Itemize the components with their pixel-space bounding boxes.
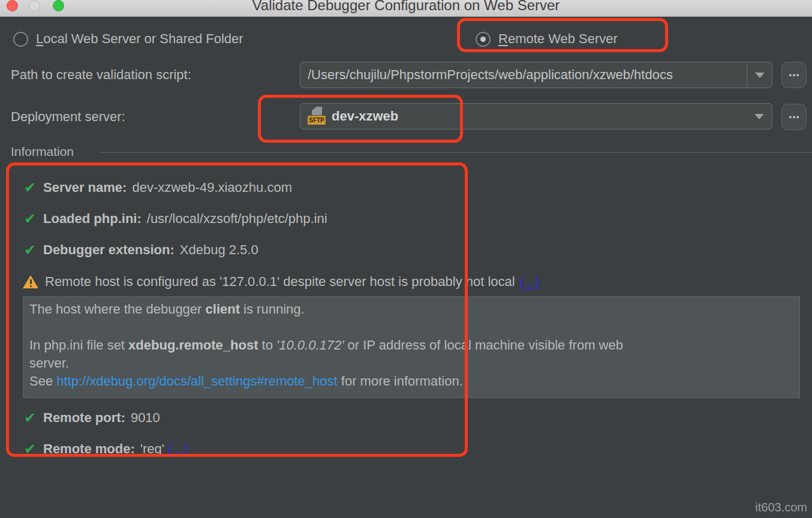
deploy-combobox-dropdown[interactable]	[747, 104, 772, 129]
info-label: Remote mode:	[43, 441, 135, 457]
help-text-italic: '10.0.0.172'	[276, 338, 344, 353]
info-value: /usr/local/xzsoft/php/etc/php.ini	[147, 211, 327, 227]
window-title: Validate Debugger Configuration on Web S…	[0, 0, 812, 14]
radio-local-web-server[interactable]: Local Web Server or Shared Folder	[13, 31, 243, 47]
warning-text: Remote host is configured as '127.0.0.1'…	[45, 274, 515, 290]
watermark: it603.com	[755, 501, 807, 514]
info-item-loaded-phpini: ✔ Loaded php.ini: /usr/local/xzsoft/php/…	[24, 210, 327, 227]
titlebar: Validate Debugger Configuration on Web S…	[0, 0, 812, 17]
help-blank-line	[29, 318, 793, 336]
deploy-browse-button[interactable]: ...	[781, 104, 807, 130]
section-separator	[100, 152, 812, 153]
path-browse-button[interactable]: ...	[781, 62, 807, 88]
path-field-label: Path to create validation script:	[11, 67, 191, 83]
deploy-combobox-value[interactable]: dev-xzweb	[326, 109, 747, 124]
info-value: 9010	[131, 410, 160, 426]
help-line-1: The host where the debugger client is ru…	[29, 300, 793, 318]
help-line-2: In php.ini file set xdebug.remote_host t…	[29, 336, 793, 354]
help-line-2-wrap: server.	[29, 354, 793, 372]
help-text: or IP address of local machine visible f…	[344, 338, 622, 353]
help-text: for more information.	[338, 374, 463, 389]
warning-icon	[23, 275, 38, 288]
help-text: The host where the debugger	[29, 302, 206, 317]
warning-remote-host: Remote host is configured as '127.0.0.1'…	[23, 273, 540, 291]
label-rest: ocal Web Server or Shared Folder	[43, 31, 243, 46]
help-text: See	[29, 374, 56, 389]
check-icon: ✔	[24, 409, 43, 426]
warning-details-link[interactable]: (...)	[520, 274, 540, 290]
radio-remote-label: Remote Web Server	[498, 31, 618, 47]
info-value: Xdebug 2.5.0	[180, 242, 258, 258]
help-line-3: See http://xdebug.org/docs/all_settings#…	[29, 372, 793, 390]
file-icon	[312, 107, 322, 115]
information-section-title: Information	[11, 144, 74, 159]
info-item-remote-mode: ✔ Remote mode: 'req' (...)	[24, 441, 188, 457]
path-combobox[interactable]: /Users/chujilu/PhpstormProjects/web/appl…	[300, 62, 772, 88]
warning-exclamation-bar	[30, 279, 32, 284]
radio-remote-web-server[interactable]: Remote Web Server	[476, 31, 618, 47]
path-combobox-dropdown[interactable]	[747, 62, 772, 88]
info-item-server-name: ✔ Server name: dev-xzweb-49.xiaozhu.com	[24, 179, 292, 196]
xdebug-docs-link[interactable]: http://xdebug.org/docs/all_settings#remo…	[56, 374, 337, 389]
radio-local-label: Local Web Server or Shared Folder	[36, 31, 243, 47]
check-icon: ✔	[24, 179, 43, 196]
help-text-bold: client	[206, 302, 240, 317]
radio-unselected-icon[interactable]	[13, 32, 28, 47]
deploy-field-label: Deployment server:	[11, 109, 125, 125]
info-item-debugger-extension: ✔ Debugger extension: Xdebug 2.5.0	[24, 242, 258, 258]
info-value: dev-xzweb-49.xiaozhu.com	[132, 180, 292, 195]
info-item-remote-port: ✔ Remote port: 9010	[24, 409, 160, 426]
mnemonic-letter: R	[498, 31, 508, 46]
chevron-down-icon	[755, 73, 765, 78]
help-text-bold: xdebug.remote_host	[128, 338, 258, 353]
path-combobox-value[interactable]: /Users/chujilu/PhpstormProjects/web/appl…	[300, 67, 747, 83]
radio-selected-icon[interactable]	[476, 32, 491, 47]
check-icon: ✔	[24, 210, 43, 227]
label-rest: emote Web Server	[508, 31, 618, 46]
sftp-badge: SFTP	[308, 116, 326, 125]
remote-mode-details-link[interactable]: (...)	[168, 441, 188, 457]
sftp-server-icon: SFTP	[308, 106, 326, 127]
help-text: In php.ini file set	[29, 338, 128, 353]
remote-host-help-panel: The host where the debugger client is ru…	[23, 296, 800, 398]
info-label: Server name:	[43, 180, 127, 195]
info-label: Remote port:	[43, 410, 125, 426]
info-value: 'req'	[140, 441, 168, 457]
info-label: Debugger extension:	[43, 242, 175, 258]
help-text: to	[258, 338, 276, 353]
chevron-down-icon	[754, 114, 764, 119]
check-icon: ✔	[24, 441, 43, 457]
deploy-combobox[interactable]: SFTP dev-xzweb	[300, 103, 772, 130]
help-text: is running.	[240, 302, 305, 317]
mnemonic-letter: L	[36, 31, 43, 46]
check-icon: ✔	[24, 242, 43, 258]
info-label: Loaded php.ini:	[43, 211, 142, 227]
warning-exclamation-dot	[30, 285, 32, 287]
